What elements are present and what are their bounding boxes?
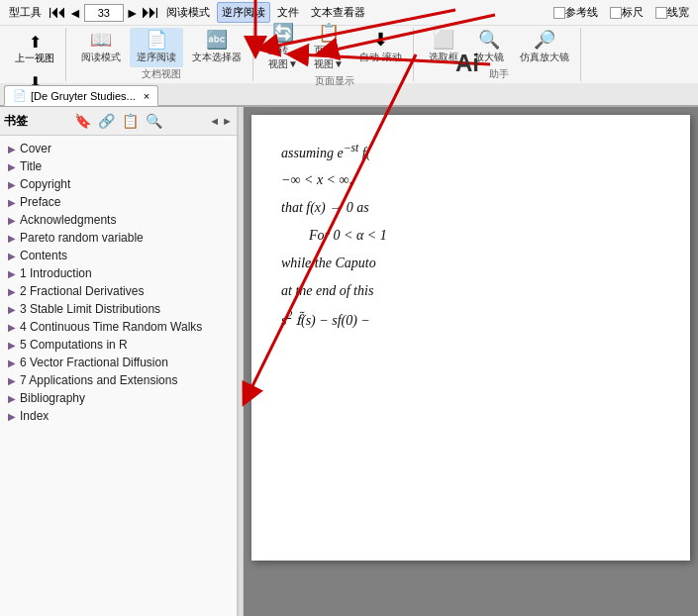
tab-document[interactable]: 📄 [De Gruyter Studies... ×	[4, 85, 158, 106]
toggle-right-icon: ►	[222, 115, 233, 127]
nav-prev[interactable]: ◄	[68, 5, 82, 21]
btn-read-mode[interactable]: 阅读模式	[161, 2, 215, 23]
toc-item-bibliography[interactable]: ▶ Bibliography	[0, 389, 237, 407]
toc-item-copyright[interactable]: ▶ Copyright	[0, 175, 237, 193]
pdf-content: assuming e−st f( −∞ < x < ∞, that f(x) →…	[281, 139, 660, 333]
toc-item-frac-deriv[interactable]: ▶ 2 Fractional Derivatives	[0, 282, 237, 300]
bullet-computations: ▶	[8, 340, 16, 351]
btn-reverse-read[interactable]: 逆序阅读	[217, 2, 270, 23]
toc-label-ctrw: 4 Continuous Time Random Walks	[20, 320, 202, 334]
bullet-frac-deriv: ▶	[8, 286, 16, 297]
page-number-input[interactable]	[84, 4, 124, 22]
nav-next[interactable]: ►	[126, 5, 140, 21]
pagedisplay-label: 页面显示	[261, 74, 409, 88]
toolbar-group-viewmode: 📖 阅读模式 📄 逆序阅读 🔤 文本选择器 文档视图	[70, 28, 253, 81]
bullet-acknowledgments: ▶	[8, 215, 16, 226]
toc-label-vector-frac: 6 Vector Fractional Diffusion	[20, 356, 168, 369]
tab-close[interactable]: ×	[144, 90, 150, 102]
toc-item-contents[interactable]: ▶ Contents	[0, 247, 237, 264]
toc-label-stable: 3 Stable Limit Distributions	[20, 302, 160, 316]
btn-file[interactable]: 文件	[272, 2, 304, 23]
toolbar-main: ⬆ 上一视图 ⬇ 下一视图 型工具 📖 阅读模式	[0, 26, 698, 83]
toc-item-applications[interactable]: ▶ 7 Applications and Extensions	[0, 371, 237, 389]
toc-label-title: Title	[20, 159, 42, 173]
bullet-bibliography: ▶	[8, 393, 16, 404]
nav-last[interactable]: ⏭	[142, 2, 159, 23]
bullet-intro: ▶	[8, 268, 16, 279]
main-area: 书签 🔖 🔗 📋 🔍 ◄ ► ▶ Cover ▶	[0, 107, 698, 616]
btn-auto-scroll[interactable]: ⬇ 自动 滚动	[352, 28, 409, 67]
toc-label-preface: Preface	[20, 195, 60, 209]
nav-first[interactable]: ⏮	[49, 2, 66, 23]
helper-label: 助手	[422, 67, 576, 81]
tab-title: [De Gruyter Studies...	[31, 90, 136, 102]
btn-rotate[interactable]: 🔄 旋转视图▼	[261, 21, 305, 74]
bullet-preface: ▶	[8, 197, 16, 208]
toc-item-acknowledgments[interactable]: ▶ Acknowledgments	[0, 211, 237, 229]
ai-label: Ai	[455, 50, 479, 77]
btn-ruler-cb[interactable]: 标尺	[605, 2, 648, 23]
pdf-line-3: that f(x) → 0 as	[281, 196, 660, 220]
pdf-line-6: at the end of this	[281, 279, 660, 303]
sidebar-icon-group: 🔖 🔗 📋 🔍	[71, 109, 166, 133]
toolbar-group-helper: ⬜ 选取框 🔍 放大镜 🔎 仿真放大镜 助手	[418, 28, 581, 81]
toc-item-pareto[interactable]: ▶ Pareto random variable	[0, 229, 237, 247]
rotate-icon: 🔄	[272, 24, 294, 42]
toc-label-contents: Contents	[20, 249, 67, 262]
toolbar-nav-row1: ⬆ 上一视图	[10, 30, 59, 68]
btn-sim-zoom[interactable]: 🔎 仿真放大镜	[513, 28, 576, 67]
rotate-row: 🔄 旋转视图▼ 📋 页面视图▼ ⬇ 自动 滚动	[261, 21, 409, 74]
search-icon[interactable]: 🔍	[145, 111, 164, 131]
toc-item-cover[interactable]: ▶ Cover	[0, 140, 237, 157]
btn-linewidth-cb[interactable]: 线宽	[650, 2, 694, 23]
helper-row: ⬜ 选取框 🔍 放大镜 🔎 仿真放大镜	[422, 28, 576, 67]
text-select-icon: 🔤	[206, 31, 228, 49]
sidebar-label: 书签	[4, 113, 28, 130]
toc-label-bibliography: Bibliography	[20, 391, 85, 405]
cb-ruler	[610, 7, 622, 19]
toc-item-title[interactable]: ▶ Title	[0, 157, 237, 175]
menu-tools[interactable]: 型工具	[4, 2, 47, 23]
toc-label-copyright: Copyright	[20, 177, 70, 191]
toc-label-pareto: Pareto random variable	[20, 231, 144, 245]
toc-item-stable[interactable]: ▶ 3 Stable Limit Distributions	[0, 300, 237, 318]
pdf-line-1: assuming e−st f(	[281, 139, 660, 164]
pdf-line-7: s2 f̃(s) − sf(0) −	[281, 306, 660, 332]
toc-item-computations[interactable]: ▶ 5 Computations in R	[0, 336, 237, 354]
toc-item-ctrw[interactable]: ▶ 4 Continuous Time Random Walks	[0, 318, 237, 336]
btn-text-select[interactable]: 🔤 文本选择器	[185, 28, 249, 67]
toc-item-index[interactable]: ▶ Index	[0, 407, 237, 425]
toc-label-computations: 5 Computations in R	[20, 338, 128, 352]
sidebar-toggle[interactable]: ◄ ►	[209, 115, 233, 127]
btn-prev-view[interactable]: ⬆ 上一视图	[10, 30, 59, 68]
toc-label-index: Index	[20, 409, 49, 423]
link-icon[interactable]: 🔗	[97, 111, 117, 131]
page-display-icon: 📋	[318, 24, 340, 42]
btn-reverse-read-icon[interactable]: 📄 逆序阅读	[130, 28, 183, 67]
sidebar-header: 书签 🔖 🔗 📋 🔍 ◄ ►	[0, 107, 237, 136]
btn-ref-line-cb[interactable]: 参考线	[548, 2, 603, 23]
zoom-in-icon: 🔍	[478, 31, 500, 49]
sidebar: 书签 🔖 🔗 📋 🔍 ◄ ► ▶ Cover ▶	[0, 107, 238, 616]
viewmode-row1: 📖 阅读模式 📄 逆序阅读 🔤 文本选择器	[74, 28, 249, 67]
toc-label-frac-deriv: 2 Fractional Derivatives	[20, 284, 144, 298]
read-mode-icon: 📖	[90, 31, 112, 49]
btn-read-mode-icon[interactable]: 📖 阅读模式	[74, 28, 128, 67]
helper-col: ⬜ 选取框 🔍 放大镜 🔎 仿真放大镜 助手	[422, 28, 576, 81]
list-icon[interactable]: 📋	[121, 111, 141, 131]
toc-item-preface[interactable]: ▶ Preface	[0, 193, 237, 211]
pdf-area: assuming e−st f( −∞ < x < ∞, that f(x) →…	[244, 107, 698, 616]
toggle-left-icon: ◄	[209, 115, 220, 127]
toc-item-intro[interactable]: ▶ 1 Introduction	[0, 264, 237, 282]
cb-refline	[553, 7, 565, 19]
bookmark-icon[interactable]: 🔖	[73, 111, 93, 131]
btn-text-viewer[interactable]: 文本查看器	[306, 2, 370, 23]
toc-item-vector-frac[interactable]: ▶ 6 Vector Fractional Diffusion	[0, 354, 237, 371]
bullet-title: ▶	[8, 161, 16, 172]
auto-scroll-icon: ⬇	[373, 31, 388, 49]
bullet-applications: ▶	[8, 375, 16, 386]
btn-page-display[interactable]: 📋 页面视图▼	[307, 21, 350, 74]
bullet-copyright: ▶	[8, 179, 16, 190]
bullet-stable: ▶	[8, 304, 16, 315]
rotate-col: 🔄 旋转视图▼ 📋 页面视图▼ ⬇ 自动 滚动 页面显示	[261, 21, 409, 88]
